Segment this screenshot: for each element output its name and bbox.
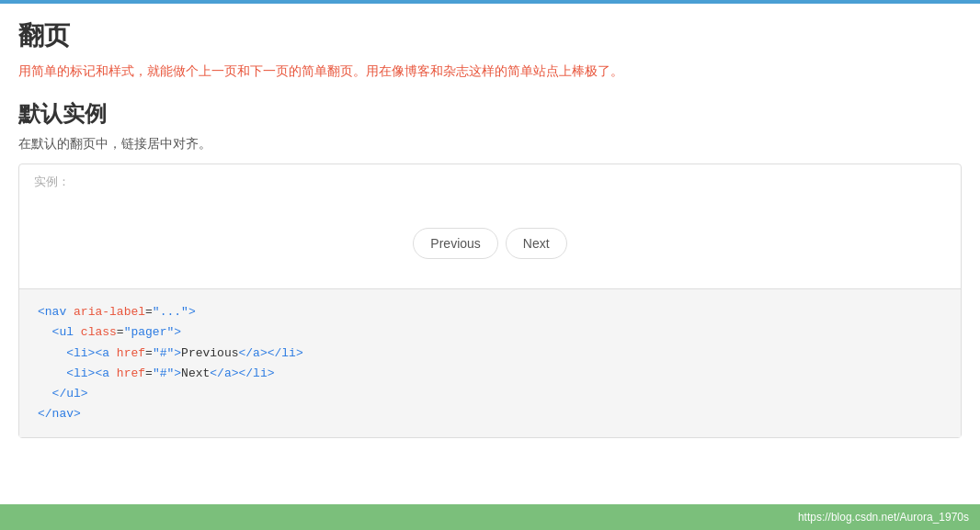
code-line-5: </ul> (38, 384, 942, 404)
code-attr: aria-label (74, 305, 145, 319)
code-line-1: <nav aria-label="..."> (38, 302, 942, 322)
page-title: 翻页 (18, 18, 962, 53)
example-demo: Previous Next (19, 197, 961, 289)
section-title: 默认实例 (18, 99, 962, 129)
previous-link[interactable]: Previous (413, 228, 497, 259)
bottom-bar: https://blog.csdn.net/Aurora_1970s (0, 504, 980, 530)
pager-next-item: Next (506, 228, 567, 259)
next-link[interactable]: Next (506, 228, 567, 259)
code-block: <nav aria-label="..."> <ul class="pager"… (19, 289, 961, 437)
example-label: 实例： (19, 164, 961, 197)
pager-previous-item: Previous (413, 228, 497, 259)
code-line-4: <li><a href="#">Next</a></li> (38, 364, 942, 384)
page-description: 用简单的标记和样式，就能做个上一页和下一页的简单翻页。用在像博客和杂志这样的简单… (18, 61, 962, 81)
code-tag: <nav (38, 305, 66, 319)
code-line-6: </nav> (38, 404, 942, 424)
section-description: 在默认的翻页中，链接居中对齐。 (18, 136, 962, 152)
example-box: 实例： Previous Next <nav aria-label="...">… (18, 164, 962, 438)
code-line-3: <li><a href="#">Previous</a></li> (38, 344, 942, 364)
bottom-bar-url: https://blog.csdn.net/Aurora_1970s (798, 511, 969, 524)
code-line-2: <ul class="pager"> (38, 322, 942, 343)
main-content: 翻页 用简单的标记和样式，就能做个上一页和下一页的简单翻页。用在像博客和杂志这样… (0, 4, 980, 438)
pager: Previous Next (413, 228, 566, 259)
